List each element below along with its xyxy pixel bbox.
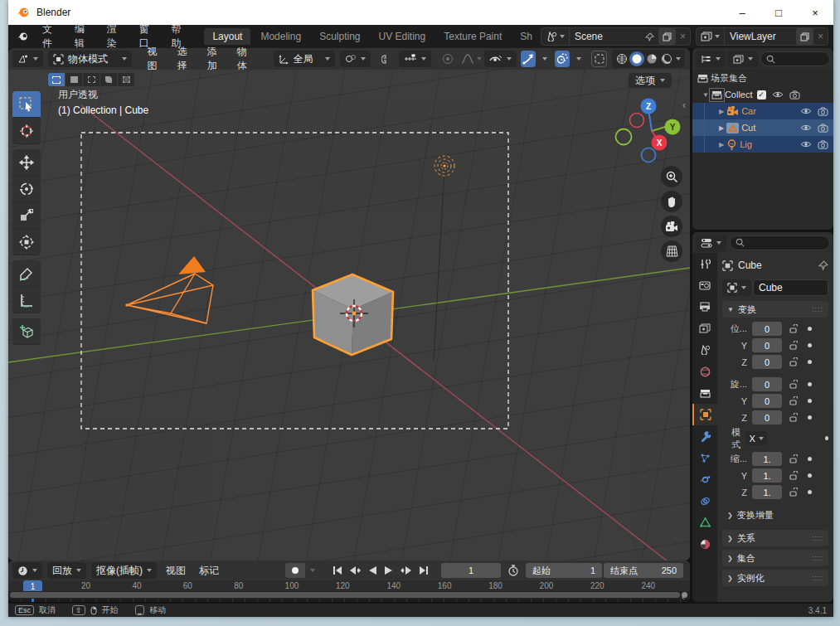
rotation-mode-selector[interactable]: X (745, 431, 767, 445)
keying-menu[interactable]: 抠像(插帧) (91, 562, 157, 579)
disable-render-icon[interactable] (818, 140, 828, 149)
new-view-layer-icon[interactable] (796, 28, 813, 45)
transform-panel-header[interactable]: ▼ 变换 :::: (722, 301, 828, 318)
tab-object-data[interactable] (692, 512, 717, 533)
location-z-field[interactable]: 0 (752, 355, 782, 369)
viewport-3d[interactable]: Z Y X 选项 用户透视 (1) Collection | Cube (8, 70, 690, 560)
playback-menu[interactable]: 回放 (47, 562, 86, 579)
select-intersect-button[interactable] (118, 73, 134, 86)
outliner-object-row-cube[interactable]: ▶ Cut (692, 119, 833, 136)
jump-to-start-button[interactable] (332, 565, 342, 575)
hide-eye-icon[interactable] (800, 124, 812, 132)
pivot-point-selector[interactable] (340, 51, 371, 67)
animate-dot[interactable] (825, 436, 828, 440)
rotation-x-field[interactable]: 0 (752, 377, 782, 391)
animate-dot[interactable] (808, 457, 812, 461)
animate-dot[interactable] (808, 415, 812, 420)
start-frame-field[interactable]: 起始1 (526, 563, 602, 578)
timeline-collapse-arrow[interactable]: ‹ (682, 592, 685, 602)
properties-search-input[interactable] (730, 235, 830, 250)
tab-world[interactable] (692, 361, 717, 382)
scene-name[interactable]: Scene (570, 31, 641, 42)
outliner-scene-collection-row[interactable]: 场景集合 (692, 70, 833, 86)
visibility-selector[interactable] (484, 51, 517, 67)
playhead[interactable]: 1 (23, 580, 42, 592)
workspace-tab-modeling[interactable]: Modeling (252, 28, 309, 45)
timeline-scrollbar[interactable] (10, 592, 680, 598)
tab-physics[interactable] (692, 468, 717, 490)
tool-transform[interactable] (12, 229, 41, 255)
select-invert-button[interactable] (100, 73, 117, 86)
mode-selector[interactable]: 物体模式 (48, 51, 132, 67)
hide-eye-icon[interactable] (800, 107, 812, 115)
menu-render[interactable]: 渲染 (99, 22, 131, 51)
rotation-y-field[interactable]: 0 (752, 394, 782, 408)
workspace-tab-sculpting[interactable]: Sculpting (311, 28, 368, 45)
animate-dot[interactable] (808, 360, 812, 364)
outliner-collection-row[interactable]: ▼ Collect ✓ (692, 86, 833, 103)
select-extend-button[interactable] (66, 73, 82, 86)
pin-icon[interactable] (641, 28, 658, 45)
use-preview-range-icon[interactable] (507, 565, 519, 576)
ortho-toggle-button[interactable] (661, 240, 682, 262)
options-button[interactable]: 选项 (629, 73, 672, 88)
tool-measure[interactable] (12, 287, 41, 313)
tool-scale[interactable] (12, 202, 41, 229)
tool-cursor[interactable] (12, 118, 41, 144)
rotation-z-field[interactable]: 0 (752, 410, 782, 425)
tab-material[interactable] (692, 533, 717, 555)
animate-dot[interactable] (808, 473, 812, 478)
timeline-ruler[interactable]: 1 20406080100120140160180200220240 (8, 580, 690, 591)
animate-dot[interactable] (808, 490, 812, 494)
outliner-filter-button[interactable] (728, 51, 758, 67)
proportional-falloff-selector[interactable] (459, 51, 477, 67)
outliner-object-row-camera[interactable]: ▶ Car (692, 103, 833, 119)
timeline-editor-type[interactable] (12, 562, 42, 579)
tab-output[interactable] (692, 296, 717, 318)
next-keyframe-button[interactable] (400, 565, 412, 575)
lock-icon[interactable] (789, 471, 798, 480)
lock-icon[interactable] (789, 488, 798, 497)
sidebar-toggle[interactable]: ‹ (682, 99, 686, 111)
view-layer-browse-button[interactable] (697, 28, 725, 45)
jump-to-end-button[interactable] (419, 565, 430, 575)
scale-y-field[interactable]: 1. (752, 468, 782, 483)
animate-dot[interactable] (808, 399, 812, 403)
new-scene-icon[interactable] (658, 28, 676, 45)
tab-scene[interactable] (692, 339, 717, 361)
tab-particles[interactable] (692, 447, 717, 468)
view-menu[interactable]: 视图 (159, 564, 192, 578)
tab-constraints[interactable] (692, 490, 717, 512)
disable-render-icon[interactable] (789, 90, 800, 99)
overlays-dropdown[interactable] (571, 51, 586, 67)
lock-icon[interactable] (789, 341, 798, 350)
select-subtract-button[interactable] (83, 73, 100, 86)
pin-icon[interactable] (818, 260, 828, 270)
camera-view-button[interactable] (661, 216, 682, 237)
menu-object[interactable]: 物体 (231, 45, 260, 73)
lock-icon[interactable] (789, 413, 798, 422)
breadcrumb-object[interactable]: Cube (738, 260, 762, 271)
pan-hand-button[interactable] (661, 191, 682, 212)
auto-keying-dropdown[interactable] (305, 563, 320, 578)
tool-move[interactable] (12, 149, 41, 176)
prev-keyframe-button[interactable] (349, 565, 362, 575)
blender-app-icon[interactable] (17, 32, 29, 41)
select-set-button[interactable] (48, 73, 65, 86)
hide-eye-icon[interactable] (772, 90, 784, 99)
shading-solid-button[interactable] (629, 51, 644, 66)
menu-edit[interactable]: 编辑 (66, 22, 99, 51)
tab-tool[interactable] (692, 253, 717, 274)
lock-icon[interactable] (789, 324, 798, 333)
outliner-search-input[interactable] (760, 51, 830, 66)
collection-checkbox[interactable]: ✓ (757, 90, 766, 99)
tool-add-cube[interactable] (12, 318, 41, 345)
zoom-button[interactable] (661, 166, 682, 187)
instancing-panel[interactable]: ❯ 实例化 :::: (722, 570, 828, 586)
gizmos-toggle[interactable] (521, 51, 536, 67)
editor-type-button[interactable] (12, 51, 43, 67)
lock-icon[interactable] (789, 357, 798, 366)
tab-object[interactable] (692, 404, 717, 425)
location-y-field[interactable]: 0 (752, 338, 782, 352)
animate-dot[interactable] (808, 327, 812, 331)
